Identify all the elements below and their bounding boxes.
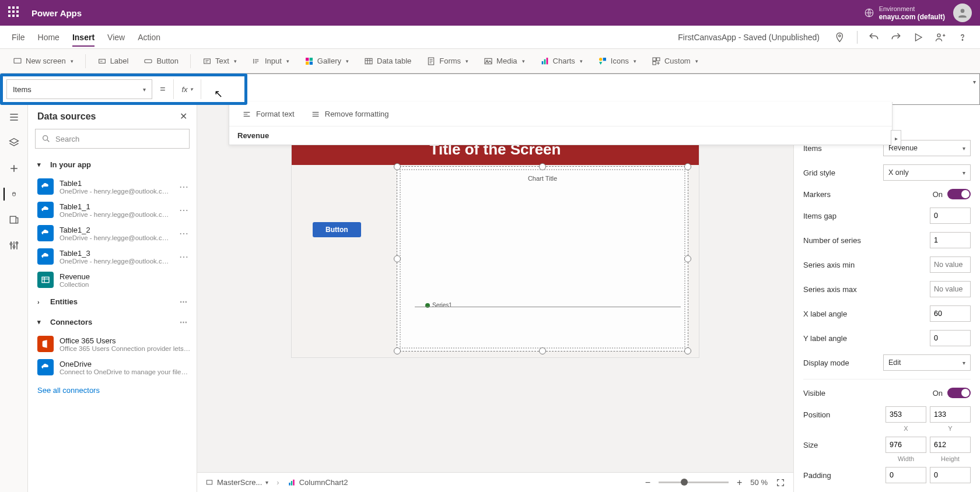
padding-input[interactable] bbox=[930, 467, 971, 483]
visible-toggle[interactable] bbox=[947, 388, 971, 398]
add-icon[interactable] bbox=[8, 162, 20, 175]
y-angle-input[interactable] bbox=[930, 330, 971, 346]
redo-icon[interactable] bbox=[890, 31, 902, 43]
items-gap-input[interactable] bbox=[930, 208, 971, 224]
menu-action[interactable]: Action bbox=[138, 33, 160, 42]
share-icon[interactable] bbox=[935, 31, 946, 43]
resize-handle[interactable] bbox=[684, 255, 691, 262]
media-button[interactable]: Media▾ bbox=[478, 54, 530, 68]
intellisense-suggestion[interactable]: Revenue bbox=[229, 126, 892, 145]
chevron-down-icon[interactable]: ▾ bbox=[973, 79, 976, 85]
group-entities[interactable]: ›Entities⋯ bbox=[28, 291, 197, 312]
fx-button[interactable]: fx▾ bbox=[173, 79, 201, 99]
menu-bar: File Home Insert View Action FirstCanvas… bbox=[0, 26, 980, 49]
zoom-out-icon[interactable]: − bbox=[645, 477, 650, 488]
zoom-slider[interactable] bbox=[659, 482, 729, 483]
property-selector[interactable]: Items ▾ bbox=[6, 79, 152, 99]
resize-handle[interactable] bbox=[539, 347, 546, 354]
charts-button[interactable]: Charts▾ bbox=[534, 54, 589, 68]
datasource-item[interactable]: Table1OneDrive - henry.legge@outlook.com… bbox=[28, 175, 197, 198]
forms-button[interactable]: Forms▾ bbox=[421, 54, 474, 68]
input-button[interactable]: Input▾ bbox=[246, 54, 295, 68]
environment-picker[interactable]: Environment enayu.com (default) bbox=[879, 5, 945, 21]
search-input[interactable]: Search bbox=[35, 129, 190, 149]
svg-point-27 bbox=[10, 243, 12, 245]
width-input[interactable] bbox=[886, 437, 926, 453]
insert-ribbon: New screen▾ Label Button Text▾ Input▾ Ga… bbox=[0, 49, 980, 73]
undo-icon[interactable] bbox=[868, 31, 880, 43]
custom-button[interactable]: Custom▾ bbox=[646, 54, 704, 68]
svg-point-4 bbox=[962, 39, 963, 40]
play-icon[interactable] bbox=[912, 31, 924, 43]
expand-formula-icon[interactable]: ▸ bbox=[891, 130, 901, 146]
canvas-button[interactable]: Button bbox=[313, 222, 361, 237]
gallery-button[interactable]: Gallery▾ bbox=[299, 54, 355, 68]
position-x-input[interactable] bbox=[886, 406, 926, 423]
label-button[interactable]: Label bbox=[92, 54, 135, 68]
help-icon[interactable] bbox=[957, 31, 968, 43]
resize-handle[interactable] bbox=[684, 163, 691, 170]
height-input[interactable] bbox=[930, 437, 971, 453]
resize-handle[interactable] bbox=[394, 163, 401, 170]
more-icon[interactable]: ⋯ bbox=[177, 228, 191, 239]
resize-handle[interactable] bbox=[539, 163, 546, 170]
app-checker-icon[interactable] bbox=[835, 31, 846, 43]
svg-rect-17 bbox=[541, 61, 543, 64]
connector-item[interactable]: OneDriveConnect to OneDrive to manage yo… bbox=[28, 356, 197, 379]
icons-button[interactable]: Icons▾ bbox=[592, 54, 642, 68]
datasource-item[interactable]: Table1_2OneDrive - henry.legge@outlook.c… bbox=[28, 222, 197, 245]
more-icon[interactable]: ⋯ bbox=[177, 205, 191, 216]
close-icon[interactable]: ✕ bbox=[180, 111, 187, 122]
app-screen[interactable]: Title of the Screen Button Chart Title S… bbox=[291, 136, 699, 358]
text-button[interactable]: Text▾ bbox=[197, 54, 243, 68]
axis-min-input[interactable] bbox=[930, 256, 971, 273]
tree-view-icon[interactable] bbox=[8, 111, 20, 124]
grid-style-dropdown[interactable]: X only▾ bbox=[883, 164, 971, 181]
media-panel-icon[interactable] bbox=[8, 213, 20, 226]
breadcrumb-control[interactable]: ColumnChart2 bbox=[288, 478, 348, 487]
onedrive-icon bbox=[37, 225, 54, 241]
format-text-button[interactable]: Format text bbox=[242, 110, 295, 119]
fit-to-screen-icon[interactable] bbox=[776, 478, 785, 487]
number-series-input[interactable] bbox=[930, 232, 971, 248]
see-all-connectors[interactable]: See all connectors bbox=[28, 379, 197, 402]
position-y-input[interactable] bbox=[930, 406, 971, 423]
connector-item[interactable]: Office 365 UsersOffice 365 Users Connect… bbox=[28, 332, 197, 356]
datasource-item[interactable]: Table1_1OneDrive - henry.legge@outlook.c… bbox=[28, 198, 197, 222]
user-avatar[interactable] bbox=[953, 3, 972, 22]
datasource-item[interactable]: RevenueCollection ⋯ bbox=[28, 268, 197, 291]
data-table-button[interactable]: Data table bbox=[358, 54, 417, 68]
x-angle-input[interactable] bbox=[930, 305, 971, 322]
svg-rect-33 bbox=[289, 483, 290, 486]
formula-input[interactable]: Revenue ▾ bbox=[202, 73, 980, 105]
selected-chart[interactable]: Chart Title Series1 bbox=[397, 166, 688, 352]
padding-input[interactable] bbox=[886, 467, 926, 483]
remove-formatting-button[interactable]: Remove formatting bbox=[311, 110, 389, 119]
menu-insert[interactable]: Insert bbox=[72, 33, 94, 47]
more-icon[interactable]: ⋯ bbox=[177, 251, 191, 262]
new-screen-button[interactable]: New screen▾ bbox=[7, 54, 79, 68]
menu-home[interactable]: Home bbox=[38, 33, 60, 42]
advanced-tools-icon[interactable] bbox=[8, 239, 20, 252]
menu-view[interactable]: View bbox=[107, 33, 125, 42]
data-icon[interactable] bbox=[4, 188, 16, 201]
waffle-icon[interactable] bbox=[8, 6, 21, 19]
resize-handle[interactable] bbox=[394, 347, 401, 354]
more-icon[interactable]: ⋯ bbox=[177, 181, 191, 192]
display-mode-dropdown[interactable]: Edit▾ bbox=[883, 354, 971, 371]
markers-toggle[interactable] bbox=[947, 189, 971, 199]
zoom-in-icon[interactable]: + bbox=[737, 477, 742, 488]
group-in-your-app[interactable]: ▾In your app bbox=[28, 154, 197, 175]
resize-handle[interactable] bbox=[394, 255, 401, 262]
datasource-item[interactable]: Table1_3OneDrive - henry.legge@outlook.c… bbox=[28, 245, 197, 268]
menu-file[interactable]: File bbox=[12, 33, 25, 42]
axis-max-input[interactable] bbox=[930, 281, 971, 297]
group-connectors[interactable]: ▾Connectors⋯ bbox=[28, 312, 197, 332]
button-button[interactable]: Button bbox=[138, 54, 184, 68]
prop-label: Size bbox=[803, 441, 886, 449]
resize-handle[interactable] bbox=[684, 347, 691, 354]
layers-icon[interactable] bbox=[8, 136, 20, 149]
breadcrumb-screen[interactable]: MasterScre...▾ bbox=[205, 478, 268, 487]
prop-label: Display mode bbox=[803, 359, 883, 367]
svg-rect-22 bbox=[653, 58, 656, 61]
